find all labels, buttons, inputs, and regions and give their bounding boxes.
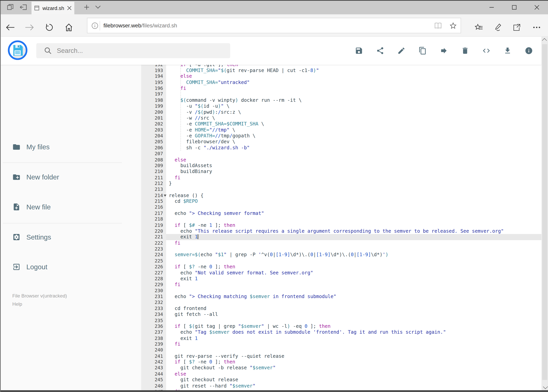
info-button[interactable] bbox=[524, 46, 533, 55]
code-line[interactable]: fi bbox=[166, 389, 541, 390]
help-link[interactable]: Help bbox=[12, 301, 22, 307]
sidebar-item-new-file[interactable]: New file bbox=[0, 197, 141, 217]
code-line[interactable]: fi bbox=[166, 282, 541, 287]
annotate-button[interactable] bbox=[492, 21, 505, 34]
code-line[interactable]: buildAssets bbox=[166, 163, 541, 168]
code-line[interactable]: COMMIT_SHA="untracked" bbox=[166, 79, 541, 85]
share-page-button[interactable] bbox=[511, 21, 523, 34]
scroll-up-button[interactable] bbox=[541, 37, 548, 43]
refresh-button[interactable] bbox=[43, 21, 55, 34]
code-line[interactable]: $(command -v winpty) docker run --rm -it… bbox=[166, 97, 541, 103]
code-line[interactable]: git checkout release bbox=[166, 377, 541, 383]
code-line[interactable]: if [ -d .git ]; then bbox=[166, 65, 541, 68]
close-window-button[interactable] bbox=[525, 0, 548, 14]
code-line[interactable] bbox=[166, 288, 541, 294]
code-line[interactable]: -e GOPATH=//tmp/gopath \ bbox=[166, 133, 541, 139]
code-line[interactable] bbox=[166, 300, 541, 306]
sidebar-item-my-files[interactable]: My files bbox=[0, 137, 141, 157]
code-line[interactable]: if [ $(git tag | grep "$semver" | wc -l)… bbox=[166, 323, 541, 329]
code-line[interactable] bbox=[166, 347, 541, 353]
code-line[interactable] bbox=[166, 91, 541, 97]
sidebar-item-new-folder[interactable]: New folder bbox=[0, 168, 141, 187]
tab-close-icon[interactable] bbox=[67, 6, 72, 10]
code-line[interactable]: echo "This release script requires a sin… bbox=[166, 228, 541, 234]
code-line[interactable]: exit 1 bbox=[166, 335, 541, 341]
vertical-scrollbar[interactable] bbox=[541, 37, 548, 390]
search-input[interactable]: Search... bbox=[36, 43, 230, 58]
edit-button[interactable] bbox=[397, 46, 406, 55]
reading-view-button[interactable] bbox=[431, 18, 446, 33]
code-line[interactable]: git rev-parse --verify --quiet release bbox=[166, 353, 541, 359]
code-line[interactable]: exit 1 bbox=[166, 234, 541, 240]
code-line[interactable]: -e COMMIT_SHA=$COMMIT_SHA \ bbox=[166, 121, 541, 127]
code-line[interactable]: exit 1 bbox=[166, 276, 541, 282]
code-line[interactable]: if [ $# -ne 1 ]; then bbox=[166, 222, 541, 228]
code-line[interactable] bbox=[166, 317, 541, 323]
share-button[interactable] bbox=[376, 46, 384, 55]
scroll-down-button[interactable] bbox=[541, 384, 548, 390]
code-line[interactable]: echo "> Checking semver format" bbox=[166, 210, 541, 216]
home-button[interactable] bbox=[62, 21, 75, 34]
code-line[interactable]: else bbox=[166, 371, 541, 377]
delete-button[interactable] bbox=[461, 46, 469, 55]
code-line[interactable]: semver=$(echo "$1" | grep -P '^v(0|[1-9]… bbox=[166, 252, 541, 258]
code-line[interactable]: COMMIT_SHA="$(git rev-parse HEAD | cut -… bbox=[166, 68, 541, 73]
filebrowser-logo[interactable] bbox=[8, 41, 28, 60]
browser-tab[interactable]: wizard.sh bbox=[32, 2, 74, 14]
code-line[interactable] bbox=[166, 246, 541, 252]
minimize-button[interactable] bbox=[480, 0, 503, 14]
code-line[interactable]: else bbox=[166, 73, 541, 79]
code-line[interactable]: git checkout -b release "$semver" bbox=[166, 365, 541, 371]
code-line[interactable]: } bbox=[166, 181, 541, 187]
code-line[interactable]: buildBinary bbox=[166, 169, 541, 175]
code-line[interactable]: else bbox=[166, 157, 541, 163]
back-button[interactable] bbox=[4, 21, 16, 34]
code-line[interactable] bbox=[166, 204, 541, 210]
code-line[interactable]: release () { bbox=[166, 192, 541, 198]
code-line[interactable] bbox=[166, 216, 541, 222]
move-button[interactable] bbox=[439, 46, 448, 55]
code-line[interactable]: fi bbox=[166, 240, 541, 246]
code-pane[interactable]: if [ -d .git ]; then COMMIT_SHA="$(git r… bbox=[166, 65, 541, 390]
scrollbar-thumb[interactable] bbox=[542, 44, 547, 380]
code-line[interactable]: fi bbox=[166, 85, 541, 91]
code-line[interactable]: echo "Tag $semver does not exist in subm… bbox=[166, 329, 541, 335]
code-line[interactable]: git reset --hard "$semver" bbox=[166, 383, 541, 389]
favorites-list-button[interactable] bbox=[473, 21, 485, 34]
tab-preview-button[interactable] bbox=[4, 0, 17, 14]
tab-list-button[interactable] bbox=[91, 0, 105, 14]
address-bar[interactable]: filebrowser.web/files/wizard.sh bbox=[87, 18, 461, 33]
site-info-icon[interactable] bbox=[91, 22, 98, 29]
code-line[interactable]: fi bbox=[166, 341, 541, 347]
save-button[interactable] bbox=[354, 46, 363, 55]
code-line[interactable]: if [ $? -ne 0 ]; then bbox=[166, 264, 541, 270]
code-line[interactable]: -v /$(pwd):/src:z \ bbox=[166, 109, 541, 115]
maximize-button[interactable] bbox=[503, 0, 526, 14]
code-line[interactable]: -u "$(id -u)" \ bbox=[166, 103, 541, 109]
code-line[interactable]: -w //src \ bbox=[166, 115, 541, 121]
more-menu-button[interactable] bbox=[531, 21, 543, 34]
code-line[interactable]: git fetch --all bbox=[166, 312, 541, 317]
code-line[interactable]: echo "> Checking matching $semver in fro… bbox=[166, 294, 541, 299]
code-line[interactable]: echo "Not valid semver format. See semve… bbox=[166, 270, 541, 276]
sidebar-item-logout[interactable]: Logout bbox=[0, 257, 141, 277]
code-line[interactable] bbox=[166, 151, 541, 157]
copy-button[interactable] bbox=[418, 46, 427, 55]
code-line[interactable]: if [ $? -ne 0 ]; then bbox=[166, 359, 541, 365]
add-favorite-button[interactable] bbox=[446, 18, 461, 33]
download-button[interactable] bbox=[503, 46, 512, 55]
url-text[interactable]: filebrowser.web/files/wizard.sh bbox=[104, 22, 431, 29]
forward-button[interactable] bbox=[23, 21, 36, 34]
code-line[interactable]: fi bbox=[166, 175, 541, 181]
code-line[interactable]: filebrowser/dev \ bbox=[166, 139, 541, 145]
code-line[interactable] bbox=[166, 258, 541, 264]
set-tabs-aside-button[interactable] bbox=[16, 0, 30, 14]
code-line[interactable] bbox=[166, 187, 541, 192]
code-line[interactable]: -e HOME="//tmp" \ bbox=[166, 127, 541, 133]
code-line[interactable]: sh -c "./wizard.sh -b" bbox=[166, 145, 541, 151]
code-line[interactable]: cd $REPO bbox=[166, 198, 541, 204]
code-line[interactable]: cd frontend bbox=[166, 306, 541, 311]
sidebar-item-settings[interactable]: Settings bbox=[0, 227, 141, 247]
raw-code-button[interactable] bbox=[482, 46, 491, 55]
horizontal-scrollbar[interactable] bbox=[0, 390, 548, 392]
